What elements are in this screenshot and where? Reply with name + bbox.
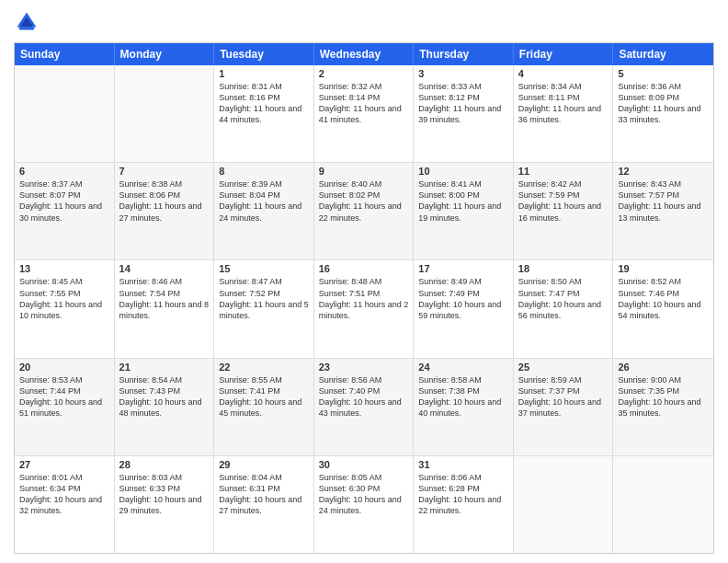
day-content: Sunrise: 8:38 AMSunset: 8:06 PMDaylight:… [119, 178, 210, 224]
day-content: Sunrise: 8:47 AMSunset: 7:52 PMDaylight:… [219, 276, 309, 321]
page: SundayMondayTuesdayWednesdayThursdayFrid… [0, 0, 728, 563]
header-day-sunday: Sunday [15, 43, 115, 65]
day-number: 24 [418, 362, 508, 373]
header-day-saturday: Saturday [613, 43, 713, 65]
day-content: Sunrise: 8:49 AMSunset: 7:49 PMDaylight:… [418, 276, 508, 321]
day-content: Sunrise: 8:04 AMSunset: 6:31 PMDaylight:… [219, 472, 309, 517]
calendar-row: 20Sunrise: 8:53 AMSunset: 7:44 PMDayligh… [15, 359, 713, 456]
calendar-cell: 20Sunrise: 8:53 AMSunset: 7:44 PMDayligh… [15, 359, 115, 455]
day-number: 10 [418, 166, 508, 177]
day-content: Sunrise: 8:31 AMSunset: 8:16 PMDaylight:… [219, 81, 309, 126]
day-number: 29 [219, 459, 309, 470]
calendar-cell: 22Sunrise: 8:55 AMSunset: 7:41 PMDayligh… [214, 359, 314, 455]
calendar-cell: 19Sunrise: 8:52 AMSunset: 7:46 PMDayligh… [613, 260, 713, 357]
day-number: 26 [618, 362, 709, 373]
day-content: Sunrise: 8:55 AMSunset: 7:41 PMDaylight:… [219, 374, 309, 419]
svg-rect-2 [19, 28, 35, 30]
day-number: 8 [219, 166, 309, 177]
day-number: 17 [418, 263, 508, 274]
header-day-friday: Friday [514, 43, 614, 65]
calendar-cell [115, 65, 215, 162]
header-day-thursday: Thursday [414, 43, 514, 65]
day-number: 14 [119, 263, 210, 274]
calendar-cell: 24Sunrise: 8:58 AMSunset: 7:38 PMDayligh… [414, 359, 514, 455]
calendar-header: SundayMondayTuesdayWednesdayThursdayFrid… [15, 43, 713, 65]
day-number: 12 [618, 166, 709, 177]
day-content: Sunrise: 8:37 AMSunset: 8:07 PMDaylight:… [19, 178, 109, 224]
day-number: 4 [518, 68, 609, 79]
day-content: Sunrise: 8:45 AMSunset: 7:55 PMDaylight:… [19, 276, 109, 321]
day-number: 18 [518, 263, 609, 274]
calendar-cell: 27Sunrise: 8:01 AMSunset: 6:34 PMDayligh… [15, 456, 115, 553]
day-number: 7 [119, 166, 210, 177]
calendar-cell: 15Sunrise: 8:47 AMSunset: 7:52 PMDayligh… [214, 260, 314, 357]
day-content: Sunrise: 8:54 AMSunset: 7:43 PMDaylight:… [119, 374, 210, 419]
day-content: Sunrise: 8:34 AMSunset: 8:11 PMDaylight:… [518, 81, 609, 126]
calendar-row: 6Sunrise: 8:37 AMSunset: 8:07 PMDaylight… [15, 163, 713, 260]
calendar-cell: 26Sunrise: 9:00 AMSunset: 7:35 PMDayligh… [613, 359, 713, 455]
calendar-cell: 23Sunrise: 8:56 AMSunset: 7:40 PMDayligh… [314, 359, 415, 455]
calendar-cell: 30Sunrise: 8:05 AMSunset: 6:30 PMDayligh… [314, 456, 415, 553]
calendar-row: 27Sunrise: 8:01 AMSunset: 6:34 PMDayligh… [15, 456, 713, 553]
day-number: 5 [618, 68, 709, 79]
header-day-wednesday: Wednesday [314, 43, 415, 65]
day-number: 11 [518, 166, 609, 177]
calendar-cell [514, 456, 614, 553]
day-content: Sunrise: 8:33 AMSunset: 8:12 PMDaylight:… [418, 81, 508, 126]
calendar-cell: 4Sunrise: 8:34 AMSunset: 8:11 PMDaylight… [514, 65, 614, 162]
header-day-monday: Monday [115, 43, 215, 65]
calendar-row: 13Sunrise: 8:45 AMSunset: 7:55 PMDayligh… [15, 260, 713, 358]
day-number: 20 [19, 362, 109, 373]
day-number: 31 [418, 459, 508, 470]
day-content: Sunrise: 8:53 AMSunset: 7:44 PMDaylight:… [19, 374, 109, 419]
calendar-cell: 8Sunrise: 8:39 AMSunset: 8:04 PMDaylight… [214, 163, 314, 259]
day-content: Sunrise: 8:41 AMSunset: 8:00 PMDaylight:… [418, 178, 508, 224]
day-number: 6 [19, 166, 109, 177]
calendar-cell: 12Sunrise: 8:43 AMSunset: 7:57 PMDayligh… [613, 163, 713, 259]
day-content: Sunrise: 8:03 AMSunset: 6:33 PMDaylight:… [119, 472, 210, 517]
calendar-cell: 11Sunrise: 8:42 AMSunset: 7:59 PMDayligh… [514, 163, 614, 259]
calendar-cell: 10Sunrise: 8:41 AMSunset: 8:00 PMDayligh… [414, 163, 514, 259]
day-content: Sunrise: 8:59 AMSunset: 7:37 PMDaylight:… [518, 374, 609, 419]
day-content: Sunrise: 8:46 AMSunset: 7:54 PMDaylight:… [119, 276, 210, 321]
day-number: 13 [19, 263, 109, 274]
day-number: 2 [319, 68, 409, 79]
logo [14, 9, 43, 35]
calendar-cell [613, 456, 713, 553]
day-number: 1 [219, 68, 309, 79]
calendar-cell: 14Sunrise: 8:46 AMSunset: 7:54 PMDayligh… [115, 260, 215, 357]
header-day-tuesday: Tuesday [214, 43, 314, 65]
calendar-cell: 28Sunrise: 8:03 AMSunset: 6:33 PMDayligh… [115, 456, 215, 553]
calendar-cell: 29Sunrise: 8:04 AMSunset: 6:31 PMDayligh… [214, 456, 314, 553]
calendar-cell: 3Sunrise: 8:33 AMSunset: 8:12 PMDaylight… [414, 65, 514, 162]
day-content: Sunrise: 8:32 AMSunset: 8:14 PMDaylight:… [319, 81, 409, 126]
day-content: Sunrise: 8:48 AMSunset: 7:51 PMDaylight:… [319, 276, 409, 321]
day-content: Sunrise: 8:06 AMSunset: 6:28 PMDaylight:… [418, 472, 508, 517]
logo-icon [14, 9, 40, 35]
header [14, 9, 714, 35]
calendar-cell: 18Sunrise: 8:50 AMSunset: 7:47 PMDayligh… [514, 260, 614, 357]
calendar-cell: 31Sunrise: 8:06 AMSunset: 6:28 PMDayligh… [414, 456, 514, 553]
calendar-cell [15, 65, 115, 162]
calendar-cell: 2Sunrise: 8:32 AMSunset: 8:14 PMDaylight… [314, 65, 415, 162]
calendar-row: 1Sunrise: 8:31 AMSunset: 8:16 PMDaylight… [15, 65, 713, 163]
day-number: 15 [219, 263, 309, 274]
day-number: 3 [418, 68, 508, 79]
day-number: 27 [19, 459, 109, 470]
calendar-cell: 9Sunrise: 8:40 AMSunset: 8:02 PMDaylight… [314, 163, 415, 259]
day-content: Sunrise: 8:42 AMSunset: 7:59 PMDaylight:… [518, 178, 609, 224]
day-number: 19 [618, 263, 709, 274]
calendar-cell: 25Sunrise: 8:59 AMSunset: 7:37 PMDayligh… [514, 359, 614, 455]
calendar-cell: 5Sunrise: 8:36 AMSunset: 8:09 PMDaylight… [613, 65, 713, 162]
calendar-cell: 7Sunrise: 8:38 AMSunset: 8:06 PMDaylight… [115, 163, 215, 259]
day-content: Sunrise: 8:58 AMSunset: 7:38 PMDaylight:… [418, 374, 508, 419]
day-content: Sunrise: 8:05 AMSunset: 6:30 PMDaylight:… [319, 472, 409, 517]
day-number: 16 [319, 263, 409, 274]
day-number: 25 [518, 362, 609, 373]
day-content: Sunrise: 8:01 AMSunset: 6:34 PMDaylight:… [19, 472, 109, 517]
day-content: Sunrise: 8:56 AMSunset: 7:40 PMDaylight:… [319, 374, 409, 419]
calendar-cell: 16Sunrise: 8:48 AMSunset: 7:51 PMDayligh… [314, 260, 415, 357]
day-content: Sunrise: 8:50 AMSunset: 7:47 PMDaylight:… [518, 276, 609, 321]
day-content: Sunrise: 8:43 AMSunset: 7:57 PMDaylight:… [618, 178, 709, 224]
day-number: 23 [319, 362, 409, 373]
